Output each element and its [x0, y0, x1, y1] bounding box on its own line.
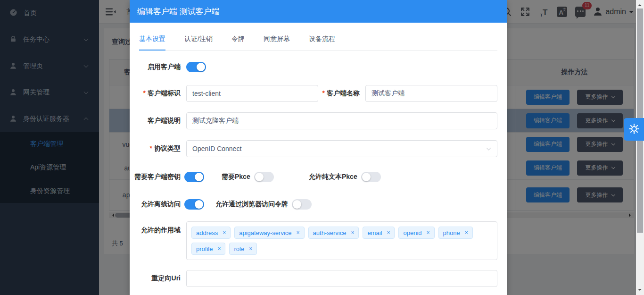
field-label: 允许离线访问: [139, 200, 181, 209]
protocol-selected-value: OpenID Connect: [192, 145, 241, 152]
remove-tag-icon[interactable]: ×: [427, 229, 430, 236]
dialog-tabs: 基本设置 认证/注销 令牌 同意屏幕 设备流程: [139, 23, 497, 51]
client-name-group: *客户端名称: [318, 85, 497, 102]
field-label: *客户端标识: [139, 89, 181, 98]
chevron-down-icon: [487, 146, 491, 151]
toggle-knob: [293, 200, 301, 209]
require-pkce-toggle[interactable]: [254, 172, 274, 182]
require-secret-toggle[interactable]: [184, 172, 204, 182]
scope-tag: openid×: [398, 227, 434, 239]
enable-client-toggle[interactable]: [186, 62, 206, 72]
tab-basic-settings[interactable]: 基本设置: [139, 35, 165, 51]
require-secret-group: 需要客户端密钥: [139, 172, 204, 182]
allow-plain-pkce-toggle[interactable]: [361, 172, 381, 182]
field-label: *协议类型: [139, 144, 181, 153]
client-id-input[interactable]: [186, 85, 318, 102]
redirect-uri-row: 重定向Uri: [139, 270, 497, 287]
remove-tag-icon[interactable]: ×: [387, 229, 390, 236]
allow-browser-token-group: 允许通过浏览器访问令牌: [215, 199, 312, 210]
allowed-scopes-row: 允许的作用域 address× apigateway-service× auth…: [139, 221, 497, 260]
scope-tag: email×: [363, 227, 395, 239]
remove-tag-icon[interactable]: ×: [249, 245, 252, 252]
field-label: 允许纯文本Pkce: [309, 173, 357, 181]
field-label: 需要Pkce: [222, 173, 250, 181]
scope-tag: phone×: [438, 227, 473, 239]
edit-client-dialog: 编辑客户端 测试客户端 基本设置 认证/注销 令牌 同意屏幕 设备流程 启用客户…: [130, 0, 507, 295]
client-desc-row: 客户端说明: [139, 112, 497, 129]
allow-offline-group: 允许离线访问: [139, 199, 204, 210]
scroll-up-arrow-icon[interactable]: [638, 2, 642, 6]
protocol-row: *协议类型 OpenID Connect: [139, 140, 497, 157]
scope-tag: apigateway-service×: [234, 227, 304, 239]
field-label: *客户端名称: [318, 89, 360, 98]
remove-tag-icon[interactable]: ×: [297, 229, 300, 236]
toggle-knob: [197, 63, 205, 71]
field-label: 客户端说明: [139, 117, 181, 125]
toggle-knob: [195, 200, 203, 209]
tab-device-flow[interactable]: 设备流程: [309, 35, 335, 50]
scope-tag: profile×: [191, 243, 225, 255]
allow-browser-token-toggle[interactable]: [292, 199, 312, 210]
client-name-input[interactable]: [365, 85, 497, 102]
tab-token[interactable]: 令牌: [231, 35, 245, 50]
remove-tag-icon[interactable]: ×: [217, 245, 221, 252]
allow-offline-toggle[interactable]: [184, 199, 204, 210]
remove-tag-icon[interactable]: ×: [465, 229, 468, 236]
enable-client-row: 启用客户端: [139, 62, 497, 72]
dialog-title: 编辑客户端 测试客户端: [130, 0, 507, 23]
toggle-knob: [195, 173, 203, 181]
allow-plain-pkce-group: 允许纯文本Pkce: [309, 172, 381, 182]
gear-icon: [628, 123, 640, 136]
protocol-select[interactable]: OpenID Connect: [186, 140, 497, 157]
required-asterisk: *: [150, 144, 152, 153]
tab-auth-logout[interactable]: 认证/注销: [184, 35, 213, 50]
required-asterisk: *: [322, 89, 325, 98]
client-id-group: *客户端标识: [139, 85, 318, 102]
scope-tag: auth-service×: [308, 227, 359, 239]
scope-tag: address×: [191, 227, 231, 239]
page-vertical-scrollbar[interactable]: [636, 0, 644, 295]
toggle-knob: [362, 173, 371, 181]
require-pkce-group: 需要Pkce: [222, 172, 274, 182]
settings-gear-button[interactable]: [624, 118, 644, 141]
scope-tag: role×: [229, 243, 257, 255]
field-label: 需要客户端密钥: [139, 173, 181, 181]
field-label: 允许的作用域: [139, 226, 181, 235]
scroll-down-arrow-icon[interactable]: [638, 289, 642, 293]
remove-tag-icon[interactable]: ×: [351, 229, 354, 236]
required-asterisk: *: [143, 89, 146, 98]
access-toggles-row: 允许离线访问 允许通过浏览器访问令牌: [139, 199, 497, 210]
client-desc-input[interactable]: [186, 112, 497, 129]
pkce-toggles-row: 需要客户端密钥 需要Pkce 允许纯文本Pkce: [139, 172, 497, 182]
remove-tag-icon[interactable]: ×: [223, 229, 226, 236]
client-id-name-row: *客户端标识 *客户端名称: [139, 85, 497, 102]
dialog-body: 基本设置 认证/注销 令牌 同意屏幕 设备流程 启用客户端 *客户端标识 *客户…: [130, 23, 507, 287]
field-label: 重定向Uri: [139, 274, 181, 283]
toggle-knob: [255, 173, 264, 181]
field-label: 允许通过浏览器访问令牌: [215, 200, 288, 209]
scopes-tag-box[interactable]: address× apigateway-service× auth-servic…: [186, 221, 497, 260]
field-label: 启用客户端: [139, 63, 181, 71]
tab-consent-screen[interactable]: 同意屏幕: [264, 35, 290, 50]
redirect-uri-input[interactable]: [186, 270, 497, 287]
